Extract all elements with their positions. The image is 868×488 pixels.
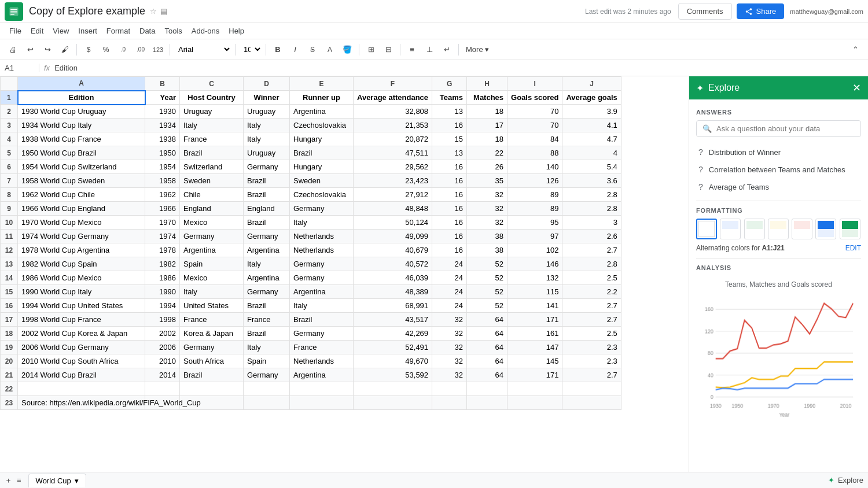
cell-10-B[interactable]: 1970: [145, 216, 180, 230]
answer-distribution[interactable]: ? Distribution of Winner: [696, 144, 861, 160]
cell-7-C[interactable]: Sweden: [180, 174, 244, 188]
cell-9-F[interactable]: 48,848: [354, 202, 432, 216]
cell-4-J[interactable]: 4.7: [562, 132, 621, 146]
cell-13-H[interactable]: 52: [467, 257, 507, 271]
row-header-14[interactable]: 14: [1, 271, 18, 285]
cell-11-D[interactable]: Germany: [244, 230, 290, 243]
cell-18-J[interactable]: 2.5: [562, 327, 621, 341]
cell-5-F[interactable]: 47,511: [354, 146, 432, 160]
cell-21-H[interactable]: 64: [467, 368, 507, 382]
cell-16-B[interactable]: 1994: [145, 299, 180, 313]
menu-file[interactable]: File: [5, 25, 26, 36]
row-header-2[interactable]: 2: [1, 105, 18, 119]
cell-6-G[interactable]: 16: [432, 160, 467, 174]
cell-19-D[interactable]: Italy: [244, 341, 290, 354]
cell-13-E[interactable]: Germany: [290, 257, 354, 271]
cell-1-A[interactable]: Edition: [18, 91, 145, 105]
cell-18-D[interactable]: Brazil: [244, 327, 290, 341]
cell-1-H[interactable]: Matches: [467, 91, 507, 105]
cell-22-A[interactable]: [18, 382, 145, 396]
row-header-4[interactable]: 4: [1, 132, 18, 146]
cell-3-G[interactable]: 16: [432, 119, 467, 132]
cell-22-F[interactable]: [354, 382, 432, 396]
cell-17-J[interactable]: 2.7: [562, 313, 621, 327]
cell-2-D[interactable]: Uruguay: [244, 105, 290, 119]
cell-13-A[interactable]: 1982 World Cup Spain: [18, 257, 145, 271]
row-header-3[interactable]: 3: [1, 119, 18, 132]
fmt-option-yellow[interactable]: [768, 219, 789, 239]
cell-17-G[interactable]: 32: [432, 313, 467, 327]
user-email[interactable]: matthewguay@gmail.com: [790, 8, 863, 15]
cell-23-I[interactable]: [507, 396, 562, 410]
cell-15-I[interactable]: 115: [507, 285, 562, 299]
cell-11-C[interactable]: Germany: [180, 230, 244, 243]
number-format-button[interactable]: 123: [150, 42, 166, 58]
row-header-16[interactable]: 16: [1, 299, 18, 313]
cell-5-B[interactable]: 1950: [145, 146, 180, 160]
cell-6-H[interactable]: 26: [467, 160, 507, 174]
undo-button[interactable]: ↩: [22, 42, 38, 58]
cell-2-G[interactable]: 13: [432, 105, 467, 119]
cell-11-H[interactable]: 38: [467, 230, 507, 243]
cell-9-C[interactable]: England: [180, 202, 244, 216]
cell-11-B[interactable]: 1974: [145, 230, 180, 243]
cell-2-J[interactable]: 3.9: [562, 105, 621, 119]
cell-13-D[interactable]: Italy: [244, 257, 290, 271]
cell-9-B[interactable]: 1966: [145, 202, 180, 216]
cell-1-J[interactable]: Average goals: [562, 91, 621, 105]
row-header-22[interactable]: 22: [1, 382, 18, 396]
decimal-more-button[interactable]: .00: [133, 42, 149, 58]
cell-2-B[interactable]: 1930: [145, 105, 180, 119]
cell-18-I[interactable]: 161: [507, 327, 562, 341]
cell-1-E[interactable]: Runner up: [290, 91, 354, 105]
cell-6-I[interactable]: 140: [507, 160, 562, 174]
cell-17-I[interactable]: 171: [507, 313, 562, 327]
row-header-18[interactable]: 18: [1, 327, 18, 341]
cell-3-H[interactable]: 17: [467, 119, 507, 132]
cell-9-J[interactable]: 2.8: [562, 202, 621, 216]
col-header-B[interactable]: B: [145, 77, 180, 91]
cell-14-F[interactable]: 46,039: [354, 271, 432, 285]
cell-1-D[interactable]: Winner: [244, 91, 290, 105]
cell-4-D[interactable]: Italy: [244, 132, 290, 146]
cell-reference[interactable]: A1: [5, 64, 39, 72]
cell-20-B[interactable]: 2010: [145, 354, 180, 368]
cell-17-B[interactable]: 1998: [145, 313, 180, 327]
cell-18-H[interactable]: 64: [467, 327, 507, 341]
cell-12-G[interactable]: 16: [432, 243, 467, 257]
cell-12-A[interactable]: 1978 World Cup Argentina: [18, 243, 145, 257]
cell-20-E[interactable]: Netherlands: [290, 354, 354, 368]
doc-title[interactable]: Copy of Explore example: [29, 5, 145, 17]
cell-8-D[interactable]: Brazil: [244, 188, 290, 202]
col-header-G[interactable]: G: [432, 77, 467, 91]
col-header-A[interactable]: A: [18, 77, 145, 91]
cell-15-F[interactable]: 48,389: [354, 285, 432, 299]
cell-5-A[interactable]: 1950 World Cup Brazil: [18, 146, 145, 160]
cell-19-E[interactable]: France: [290, 341, 354, 354]
cell-6-A[interactable]: 1954 World Cup Switzerland: [18, 160, 145, 174]
cell-9-G[interactable]: 16: [432, 202, 467, 216]
more-button[interactable]: More ▾: [462, 42, 492, 58]
collapse-button[interactable]: ⌃: [847, 42, 863, 58]
row-header-19[interactable]: 19: [1, 341, 18, 354]
cell-4-I[interactable]: 84: [507, 132, 562, 146]
cell-18-F[interactable]: 42,269: [354, 327, 432, 341]
cell-16-D[interactable]: Brazil: [244, 299, 290, 313]
cell-10-I[interactable]: 95: [507, 216, 562, 230]
cell-11-A[interactable]: 1974 World Cup Germany: [18, 230, 145, 243]
comments-button[interactable]: Comments: [678, 3, 732, 20]
col-header-D[interactable]: D: [244, 77, 290, 91]
cell-10-A[interactable]: 1970 World Cup Mexico: [18, 216, 145, 230]
cell-4-F[interactable]: 20,872: [354, 132, 432, 146]
cell-5-C[interactable]: Brazil: [180, 146, 244, 160]
cell-21-D[interactable]: Germany: [244, 368, 290, 382]
cell-7-B[interactable]: 1958: [145, 174, 180, 188]
borders-button[interactable]: ⊞: [363, 42, 379, 58]
cell-3-I[interactable]: 70: [507, 119, 562, 132]
cell-8-G[interactable]: 16: [432, 188, 467, 202]
fmt-option-green[interactable]: [744, 219, 765, 239]
cell-12-C[interactable]: Argentina: [180, 243, 244, 257]
cell-2-I[interactable]: 70: [507, 105, 562, 119]
cell-20-I[interactable]: 145: [507, 354, 562, 368]
answer-average[interactable]: ? Average of Teams: [696, 179, 861, 195]
